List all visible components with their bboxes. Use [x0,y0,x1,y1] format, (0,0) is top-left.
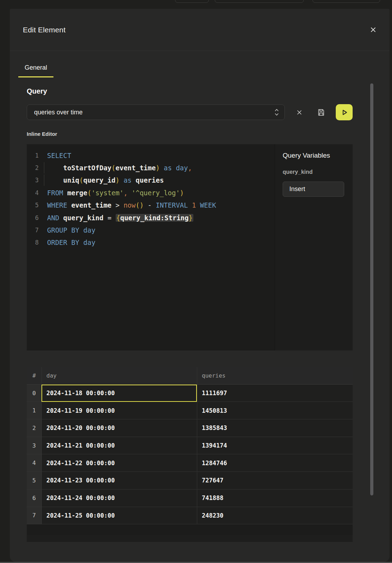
insert-variable-button[interactable]: Insert [283,182,344,197]
row-index-cell[interactable]: 0 [27,385,41,402]
code-line[interactable]: 4FROM merge('system', '^query_log') [27,186,275,199]
background-toolbar-button [175,0,209,3]
queries-cell[interactable]: 1111697 [197,385,353,402]
row-index-cell[interactable]: 7 [27,507,41,525]
code-text: uniq(query_id) as queries [47,176,164,184]
day-cell[interactable]: 2024-11-21 00:00:00 [41,437,197,455]
queries-cell[interactable]: 248230 [197,507,353,525]
line-number: 2 [27,164,42,171]
run-query-button[interactable] [336,104,353,120]
day-cell[interactable]: 2024-11-23 00:00:00 [41,472,197,489]
queries-cell[interactable]: 1450813 [197,402,353,419]
variable-name-label: query_kind [283,169,353,175]
background-toolbar-button [313,0,380,3]
sql-editor[interactable]: 1SELECT2 toStartOfDay(event_time) as day… [27,144,275,350]
tab-general[interactable]: General [18,60,53,77]
save-icon [317,108,325,116]
results-table: # day queries 02024-11-18 00:00:00111169… [27,367,353,542]
day-cell[interactable]: 2024-11-18 00:00:00 [41,385,197,402]
inline-editor-label: Inline Editor [27,131,353,137]
clear-icon [297,110,302,115]
row-index-cell[interactable]: 1 [27,402,41,419]
row-index-cell[interactable]: 5 [27,472,41,489]
day-cell[interactable]: 2024-11-24 00:00:00 [41,489,197,507]
line-number: 3 [27,177,42,184]
code-text: AND query_kind = {query_kind:String} [47,214,193,222]
code-line[interactable]: 2 toStartOfDay(event_time) as day, [27,162,275,174]
modal-header: Edit Element [10,9,390,51]
query-section-heading: Query [27,87,353,95]
play-icon [340,108,349,117]
modal-scrollbar[interactable] [370,83,373,495]
code-text: ORDER BY day [47,239,95,246]
code-line[interactable]: 6AND query_kind = {query_kind:String} [27,211,275,224]
column-header-day[interactable]: day [41,367,197,385]
close-button[interactable] [367,24,379,36]
row-index-cell[interactable]: 6 [27,489,41,507]
code-line[interactable]: 8ORDER BY day [27,236,275,249]
row-index-cell[interactable]: 4 [27,454,41,472]
query-select[interactable]: queries over time [27,105,285,120]
code-text: SELECT [47,152,71,159]
chevron-updown-icon [275,108,279,116]
queries-cell[interactable]: 741888 [197,489,353,507]
queries-cell[interactable]: 1394174 [197,437,353,455]
line-number: 8 [27,239,42,246]
table-footer [27,524,353,535]
day-cell[interactable]: 2024-11-20 00:00:00 [41,419,197,437]
query-select-row: queries over time [27,104,353,120]
background-toolbar-button [215,0,304,3]
code-line[interactable]: 1SELECT [27,149,275,162]
code-line[interactable]: 7GROUP BY day [27,224,275,236]
line-number: 5 [27,202,42,209]
column-header-queries[interactable]: queries [197,367,353,385]
modal-content: Query queries over time [27,87,353,542]
clear-query-button[interactable] [292,105,306,119]
modal-title: Edit Element [23,26,65,34]
code-line[interactable]: 5WHERE event_time > now() - INTERVAL 1 W… [27,199,275,211]
line-number: 7 [27,227,42,234]
row-index-cell[interactable]: 3 [27,437,41,455]
queries-cell[interactable]: 1385843 [197,419,353,437]
queries-cell[interactable]: 727647 [197,472,353,489]
query-variables-panel: Query Variables query_kind Insert [275,144,353,350]
line-number: 1 [27,152,42,159]
close-icon [370,27,376,33]
code-line[interactable]: 3 uniq(query_id) as queries [27,174,275,186]
day-cell[interactable]: 2024-11-25 00:00:00 [41,507,197,525]
code-text: FROM merge('system', '^query_log') [47,189,184,197]
query-variables-title: Query Variables [283,152,353,159]
day-cell[interactable]: 2024-11-22 00:00:00 [41,454,197,472]
code-text: toStartOfDay(event_time) as day, [47,164,192,172]
tab-bar: General [18,60,390,77]
day-cell[interactable]: 2024-11-19 00:00:00 [41,402,197,419]
inline-editor: 1SELECT2 toStartOfDay(event_time) as day… [27,144,353,350]
save-query-button[interactable] [314,105,328,119]
column-header-index[interactable]: # [27,367,41,385]
line-number: 6 [27,214,42,221]
code-text: WHERE event_time > now() - INTERVAL 1 WE… [47,201,216,209]
row-index-cell[interactable]: 2 [27,419,41,437]
edit-element-modal: Edit Element General Query queries over … [10,9,390,562]
line-number: 4 [27,189,42,196]
code-text: GROUP BY day [47,226,95,234]
queries-cell[interactable]: 1284746 [197,454,353,472]
query-select-value: queries over time [34,109,83,116]
